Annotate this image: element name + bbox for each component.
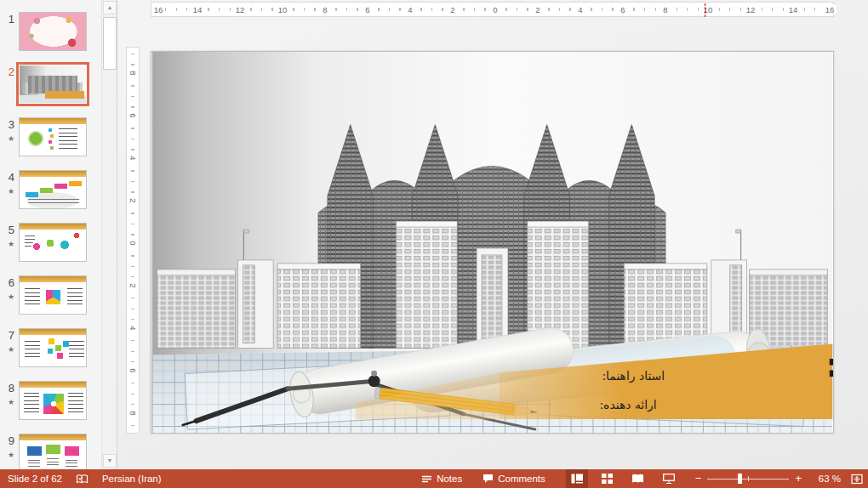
reading-view-icon	[631, 474, 644, 484]
horizontal-ruler-labels: 1614121086420246810121416	[151, 3, 833, 16]
ruler-label: 4	[406, 5, 414, 14]
zoom-slider-thumb[interactable]	[738, 474, 742, 484]
powerpoint-window: 1 ★ 2 ★ 3 ★ 4 ★	[0, 0, 868, 488]
scroll-up-arrow-icon[interactable]: ▲	[103, 1, 117, 14]
notes-button[interactable]: Notes	[421, 474, 462, 484]
slide-number: 2	[9, 65, 14, 78]
ruler-label: 4	[128, 324, 138, 332]
slideshow-icon	[663, 474, 675, 484]
ruler-label: 6	[128, 366, 138, 374]
presenter-text[interactable]: ارائه دهنده:	[599, 398, 656, 412]
thumbnail-gutter: 7 ★	[0, 328, 19, 355]
animation-star-icon: ★	[8, 239, 14, 249]
ruler-label: 6	[363, 5, 371, 14]
vertical-ruler-labels: 864202468	[127, 48, 139, 433]
notes-icon	[421, 474, 432, 484]
supervisor-text[interactable]: استاد راهنما:	[602, 369, 665, 383]
slide-indicator[interactable]: Slide 2 of 62	[8, 474, 62, 484]
thumbnail-gutter: 8 ★	[0, 381, 19, 407]
ruler-label: 0	[128, 239, 138, 247]
ruler-label: 16	[824, 5, 837, 14]
comments-button[interactable]: Comments	[483, 474, 545, 484]
fit-to-window-icon	[851, 474, 863, 485]
fit-slide-to-window-button[interactable]	[851, 474, 863, 485]
ruler-label: 8	[321, 5, 328, 14]
ruler-label: 4	[128, 154, 138, 162]
slide-thumbnail-item[interactable]: 2 ★	[0, 65, 100, 104]
slide-number: 6	[9, 276, 14, 289]
thumbnail-gutter: 1 ★	[0, 12, 19, 38]
slide-thumbnail-item[interactable]: 4 ★	[0, 170, 100, 209]
slide-thumbnail-image[interactable]	[19, 328, 87, 367]
slide-thumbnail-item[interactable]: 6 ★	[0, 275, 100, 315]
slide-thumbnail-item[interactable]: 7 ★	[0, 328, 100, 367]
status-bar: Slide 2 of 62 Persian (Iran) Notes Comme…	[0, 469, 868, 488]
ruler-label: 0	[491, 5, 499, 14]
slide-thumbnail-image[interactable]	[19, 275, 87, 315]
zoom-percentage[interactable]: 63 %	[812, 474, 841, 484]
ruler-label: 8	[661, 5, 669, 14]
ruler-label: 10	[702, 5, 715, 14]
slide-thumbnail-image[interactable]	[19, 381, 87, 420]
thumbnail-gutter: 2 ★	[0, 65, 19, 91]
slideshow-view-button[interactable]	[658, 469, 680, 488]
vertical-ruler[interactable]: 864202468	[126, 47, 140, 434]
slide-thumbnail-list: 1 ★ 2 ★ 3 ★ 4 ★	[0, 12, 100, 469]
normal-view-icon	[571, 474, 583, 484]
slide-thumbnail-image[interactable]	[19, 12, 87, 51]
ruler-label: 6	[128, 111, 138, 119]
slide-canvas[interactable]: موضوع: استاد راهنما: ارائه دهنده:	[151, 51, 834, 434]
scrollbar-thumb[interactable]	[103, 17, 117, 70]
slide-thumbnail-image[interactable]	[19, 434, 87, 469]
ruler-label: 2	[534, 5, 541, 14]
slide-title-text[interactable]: موضوع:	[825, 345, 833, 385]
reading-view-button[interactable]	[627, 469, 649, 488]
ruler-label: 14	[787, 5, 800, 14]
slide-number: 9	[9, 434, 14, 447]
slide-sorter-view-button[interactable]	[597, 469, 619, 488]
slide-number: 7	[9, 329, 14, 342]
ruler-label: 4	[576, 5, 584, 14]
slide-thumbnail-panel: 1 ★ 2 ★ 3 ★ 4 ★	[0, 0, 117, 469]
slide-thumbnail-image[interactable]	[19, 223, 87, 262]
comments-icon	[483, 474, 494, 484]
ruler-label: 12	[234, 5, 247, 14]
slide-thumbnail-item[interactable]: 5 ★	[0, 223, 100, 262]
slide-thumbnail-image[interactable]	[19, 65, 87, 104]
slide-thumbnail-image[interactable]	[19, 170, 87, 209]
ruler-label: 2	[128, 281, 138, 289]
slide-thumbnail-item[interactable]: 9 ★	[0, 434, 100, 469]
thumbnail-gutter: 6 ★	[0, 275, 19, 302]
normal-view-button[interactable]	[566, 469, 588, 488]
ruler-label: 16	[152, 5, 165, 14]
editing-workspace: 1614121086420246810121416 864202468	[118, 0, 868, 469]
slide-background-image[interactable]: موضوع: استاد راهنما: ارائه دهنده:	[151, 52, 833, 433]
horizontal-ruler[interactable]: 1614121086420246810121416	[151, 2, 834, 17]
ruler-label: 2	[448, 5, 456, 14]
thumbnail-gutter: 5 ★	[0, 223, 19, 249]
zoom-slider[interactable]	[707, 469, 789, 488]
ruler-label: 8	[128, 69, 138, 77]
zoom-out-button[interactable]: −	[695, 469, 702, 488]
thumbnail-gutter: 4 ★	[0, 170, 19, 196]
thumbnail-gutter: 3 ★	[0, 117, 19, 144]
language-indicator[interactable]: Persian (Iran)	[102, 474, 162, 484]
ruler-label: 8	[128, 409, 138, 417]
spellcheck-icon[interactable]	[76, 474, 89, 485]
thumbnail-scrollbar[interactable]: ▲ ▼	[101, 0, 117, 469]
thumbnail-gutter: 9 ★	[0, 434, 19, 460]
slide-thumbnail-image[interactable]	[19, 117, 87, 156]
zoom-control: − +	[695, 469, 802, 488]
slide-thumbnail-item[interactable]: 8 ★	[0, 381, 100, 420]
animation-star-icon: ★	[8, 344, 14, 355]
slide-thumbnail-item[interactable]: 1 ★	[0, 12, 100, 51]
slide-number: 3	[9, 118, 14, 131]
animation-star-icon: ★	[8, 133, 14, 144]
zoom-in-button[interactable]: +	[795, 469, 802, 488]
animation-star-icon: ★	[8, 292, 14, 302]
slide-sorter-icon	[602, 474, 613, 484]
ruler-label: 12	[745, 5, 757, 14]
slide-thumbnail-item[interactable]: 3 ★	[0, 117, 100, 156]
scroll-down-arrow-icon[interactable]: ▼	[103, 454, 117, 468]
slide-number: 5	[9, 224, 14, 236]
